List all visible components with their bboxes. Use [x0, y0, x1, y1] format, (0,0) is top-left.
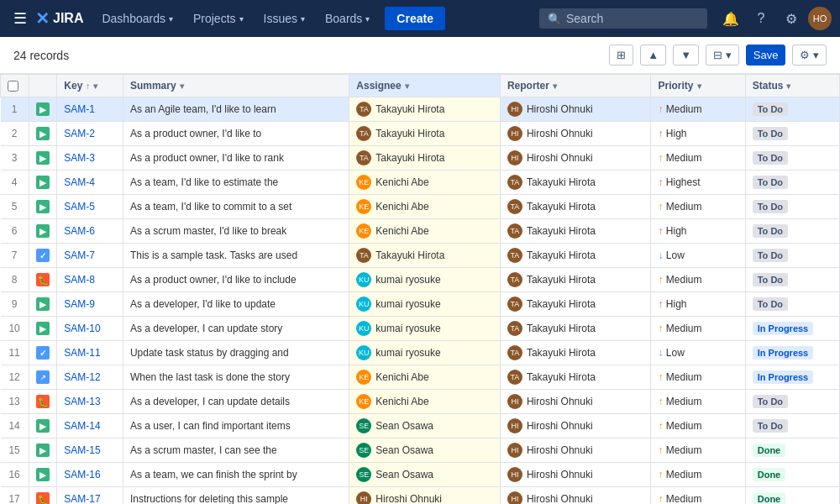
sort-down-button[interactable]: ▼: [673, 45, 699, 66]
col-header-reporter[interactable]: Reporter ▾: [500, 75, 651, 97]
reporter-filter-icon[interactable]: ▾: [553, 81, 557, 91]
status-filter-icon[interactable]: ▾: [786, 81, 790, 91]
table-row[interactable]: 2 ▶ SAM-2 As a product owner, I'd like t…: [1, 122, 840, 146]
row-key-14[interactable]: SAM-14: [57, 414, 123, 438]
row-key-17[interactable]: SAM-17: [57, 487, 123, 505]
row-key-5[interactable]: SAM-5: [57, 195, 123, 219]
row-assignee-1[interactable]: TA Takayuki Hirota: [349, 97, 501, 122]
table-row[interactable]: 9 ▶ SAM-9 As a developer, I'd like to up…: [1, 292, 840, 317]
issue-link-SAM-8[interactable]: SAM-8: [64, 274, 95, 286]
user-avatar[interactable]: HO: [808, 7, 832, 30]
settings-icon[interactable]: ⚙: [778, 5, 805, 32]
table-row[interactable]: 16 ▶ SAM-16 As a team, we can finish the…: [1, 463, 840, 487]
row-assignee-15[interactable]: SE Sean Osawa: [349, 438, 501, 463]
select-all-checkbox[interactable]: [8, 81, 18, 92]
table-row[interactable]: 7 ✓ SAM-7 This is a sample task. Tasks a…: [1, 244, 840, 268]
issue-link-SAM-2[interactable]: SAM-2: [64, 128, 95, 139]
row-assignee-2[interactable]: TA Takayuki Hirota: [349, 122, 501, 146]
key-sort-icon[interactable]: ↑: [86, 81, 90, 91]
save-button[interactable]: Save: [746, 45, 786, 66]
row-key-3[interactable]: SAM-3: [57, 146, 123, 171]
issue-link-SAM-17[interactable]: SAM-17: [64, 493, 100, 504]
row-key-9[interactable]: SAM-9: [57, 292, 123, 317]
issue-link-SAM-6[interactable]: SAM-6: [64, 225, 95, 237]
issue-link-SAM-14[interactable]: SAM-14: [64, 420, 100, 432]
row-key-1[interactable]: SAM-1: [57, 97, 123, 122]
row-key-8[interactable]: SAM-8: [57, 268, 123, 292]
nav-boards[interactable]: Boards ▾: [317, 0, 378, 37]
table-row[interactable]: 4 ▶ SAM-4 As a team, I'd like to estimat…: [1, 171, 840, 195]
row-key-4[interactable]: SAM-4: [57, 171, 123, 195]
summary-filter-icon[interactable]: ▾: [180, 81, 184, 91]
issue-link-SAM-1[interactable]: SAM-1: [64, 103, 95, 115]
row-assignee-8[interactable]: KU kumai ryosuke: [349, 268, 501, 292]
search-input[interactable]: [566, 12, 684, 25]
nav-projects[interactable]: Projects ▾: [185, 0, 252, 37]
row-assignee-12[interactable]: KE Kenichi Abe: [349, 365, 501, 390]
row-assignee-10[interactable]: KU kumai ryosuke: [349, 317, 501, 341]
table-row[interactable]: 11 ✓ SAM-11 Update task status by draggi…: [1, 341, 840, 365]
issue-link-SAM-10[interactable]: SAM-10: [64, 323, 100, 334]
hamburger-icon[interactable]: ☰: [8, 6, 32, 31]
row-key-12[interactable]: SAM-12: [57, 365, 123, 390]
table-row[interactable]: 15 ▶ SAM-15 As a scrum master, I can see…: [1, 438, 840, 463]
col-header-key[interactable]: Key ↑ ▾: [57, 75, 123, 97]
row-assignee-11[interactable]: KU kumai ryosuke: [349, 341, 501, 365]
search-box[interactable]: 🔍: [539, 8, 707, 29]
issue-link-SAM-4[interactable]: SAM-4: [64, 176, 95, 188]
issue-link-SAM-7[interactable]: SAM-7: [64, 249, 95, 261]
table-row[interactable]: 3 ▶ SAM-3 As a product owner, I'd like t…: [1, 146, 840, 171]
table-row[interactable]: 1 ▶ SAM-1 As an Agile team, I'd like to …: [1, 97, 840, 122]
row-key-13[interactable]: SAM-13: [57, 390, 123, 414]
row-assignee-3[interactable]: TA Takayuki Hirota: [349, 146, 501, 171]
col-header-summary[interactable]: Summary ▾: [123, 75, 349, 97]
row-key-6[interactable]: SAM-6: [57, 219, 123, 244]
column-toggle-button[interactable]: ⊟ ▾: [706, 45, 739, 66]
row-assignee-4[interactable]: KE Kenichi Abe: [349, 171, 501, 195]
row-assignee-5[interactable]: KE Kenichi Abe: [349, 195, 501, 219]
view-toggle-button[interactable]: ⊞: [609, 45, 633, 66]
nav-issues[interactable]: Issues ▾: [255, 0, 313, 37]
issue-link-SAM-9[interactable]: SAM-9: [64, 298, 95, 310]
table-row[interactable]: 17 🐛 SAM-17 Instructions for deleting th…: [1, 487, 840, 505]
key-filter-icon[interactable]: ▾: [93, 81, 97, 91]
row-assignee-17[interactable]: HI Hiroshi Ohnuki: [349, 487, 501, 505]
issue-link-SAM-5[interactable]: SAM-5: [64, 201, 95, 213]
table-row[interactable]: 10 ▶ SAM-10 As a developer, I can update…: [1, 317, 840, 341]
more-options-button[interactable]: ⚙ ▾: [792, 45, 827, 66]
row-key-7[interactable]: SAM-7: [57, 244, 123, 268]
table-row[interactable]: 13 🐛 SAM-13 As a developer, I can update…: [1, 390, 840, 414]
row-key-15[interactable]: SAM-15: [57, 438, 123, 463]
row-assignee-9[interactable]: KU kumai ryosuke: [349, 292, 501, 317]
table-row[interactable]: 12 ↗ SAM-12 When the last task is done t…: [1, 365, 840, 390]
assignee-filter-icon[interactable]: ▾: [405, 81, 409, 91]
table-row[interactable]: 5 ▶ SAM-5 As a team, I'd like to commit …: [1, 195, 840, 219]
issue-link-SAM-13[interactable]: SAM-13: [64, 396, 100, 407]
issue-link-SAM-16[interactable]: SAM-16: [64, 469, 100, 480]
issue-link-SAM-15[interactable]: SAM-15: [64, 444, 100, 456]
notifications-icon[interactable]: 🔔: [717, 5, 744, 32]
col-header-status[interactable]: Status ▾: [745, 75, 839, 97]
priority-filter-icon[interactable]: ▾: [697, 81, 701, 91]
row-key-10[interactable]: SAM-10: [57, 317, 123, 341]
row-key-2[interactable]: SAM-2: [57, 122, 123, 146]
col-header-assignee[interactable]: Assignee ▾: [349, 75, 501, 97]
issue-link-SAM-12[interactable]: SAM-12: [64, 371, 100, 383]
row-key-16[interactable]: SAM-16: [57, 463, 123, 487]
nav-dashboards[interactable]: Dashboards ▾: [93, 0, 181, 37]
row-assignee-13[interactable]: KE Kenichi Abe: [349, 390, 501, 414]
help-icon[interactable]: ?: [748, 5, 774, 32]
table-row[interactable]: 8 🐛 SAM-8 As a product owner, I'd like t…: [1, 268, 840, 292]
issue-link-SAM-11[interactable]: SAM-11: [64, 347, 100, 359]
table-row[interactable]: 6 ▶ SAM-6 As a scrum master, I'd like to…: [1, 219, 840, 244]
row-key-11[interactable]: SAM-11: [57, 341, 123, 365]
row-assignee-16[interactable]: SE Sean Osawa: [349, 463, 501, 487]
row-assignee-6[interactable]: KE Kenichi Abe: [349, 219, 501, 244]
table-row[interactable]: 14 ▶ SAM-14 As a user, I can find import…: [1, 414, 840, 438]
row-assignee-7[interactable]: TA Takayuki Hirota: [349, 244, 501, 268]
create-button[interactable]: Create: [385, 7, 445, 30]
col-header-priority[interactable]: Priority ▾: [651, 75, 745, 97]
issue-link-SAM-3[interactable]: SAM-3: [64, 152, 95, 164]
row-assignee-14[interactable]: SE Sean Osawa: [349, 414, 501, 438]
sort-up-button[interactable]: ▲: [640, 45, 666, 66]
